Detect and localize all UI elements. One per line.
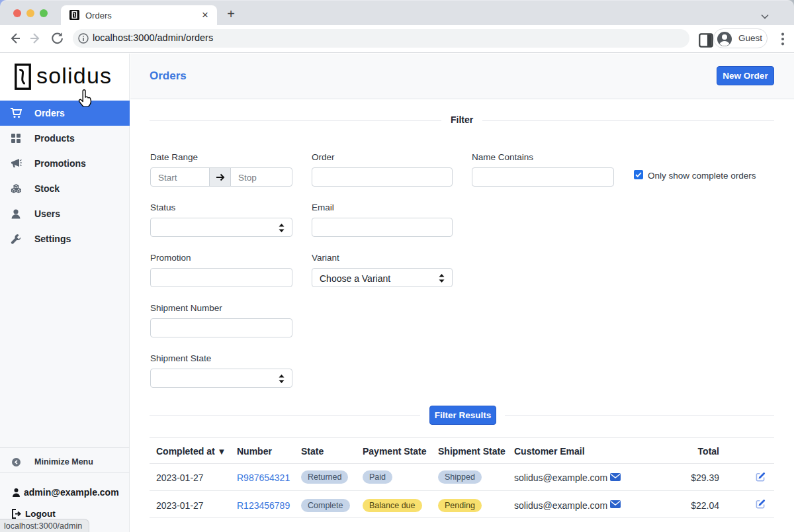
svg-text:solidus: solidus <box>36 64 112 88</box>
